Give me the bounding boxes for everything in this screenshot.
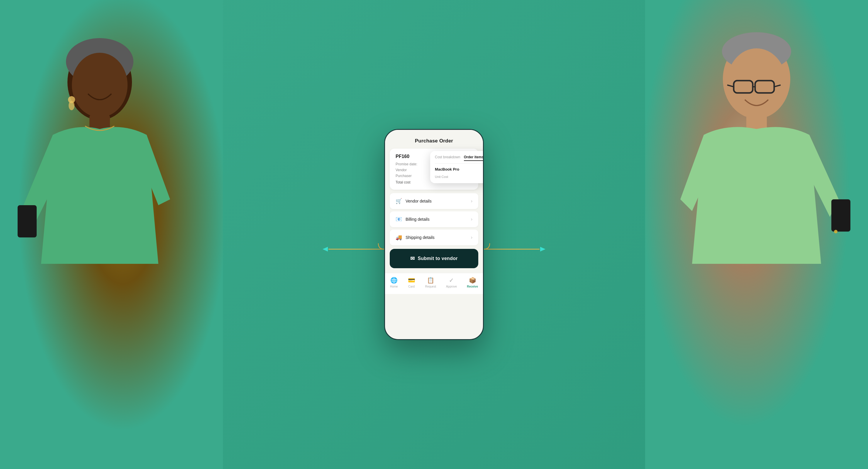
billing-details-label: Billing details: [406, 217, 430, 222]
person-right-bg: [645, 0, 868, 469]
approve-icon: ✓: [449, 277, 454, 284]
vendor-details-item[interactable]: 🛒 Vendor details ›: [390, 193, 478, 209]
receive-icon: 📦: [469, 277, 476, 284]
card-label: Card: [408, 285, 415, 288]
card-icon: 💳: [408, 277, 415, 284]
shipping-chevron: ›: [471, 235, 472, 240]
svg-point-17: [834, 230, 837, 233]
bottom-nav: 🌐 Home 💳 Card 📋 Request ✓ Approve 📦: [385, 273, 483, 294]
submit-section: ✉ Submit to vendor: [390, 249, 478, 268]
phone-container: Purchase Order PF160 Promise date: Vendo…: [384, 129, 484, 340]
title-bar: Purchase Order: [385, 130, 483, 149]
approve-label: Approve: [446, 285, 457, 288]
nav-approve[interactable]: ✓ Approve: [446, 277, 457, 288]
right-arrow: [484, 240, 548, 258]
billing-details-item[interactable]: 📧 Billing details ›: [390, 211, 478, 227]
billing-details-left: 📧 Billing details: [396, 216, 430, 222]
item-row: MacBook Pro: [435, 167, 484, 171]
unit-cost-row: Unit Cost 1,899.85: [435, 175, 484, 179]
person-right-svg: [645, 0, 868, 469]
detail-sections: 🛒 Vendor details › 📧 Billing details › 🚚: [390, 193, 478, 245]
svg-rect-16: [831, 199, 850, 231]
svg-point-2: [72, 53, 128, 117]
home-label: Home: [390, 285, 398, 288]
tab-order-items[interactable]: Order items: [464, 155, 484, 161]
submit-label: Submit to vendor: [417, 256, 458, 261]
nav-home[interactable]: 🌐 Home: [390, 277, 398, 288]
nav-request[interactable]: 📋 Request: [425, 277, 436, 288]
left-arrow-svg: [320, 240, 384, 258]
shipping-icon: 🚚: [396, 234, 402, 241]
vendor-details-left: 🛒 Vendor details: [396, 198, 432, 204]
unit-cost-label: Unit Cost: [435, 175, 448, 179]
request-icon: 📋: [427, 277, 434, 284]
billing-chevron: ›: [471, 217, 472, 222]
request-label: Request: [425, 285, 436, 288]
receive-label: Receive: [467, 285, 478, 288]
phone-screen: Purchase Order PF160 Promise date: Vendo…: [385, 130, 483, 294]
submit-button[interactable]: ✉ Submit to vendor: [390, 249, 478, 268]
person-left-bg: [0, 0, 223, 469]
vendor-details-label: Vendor details: [406, 199, 432, 204]
item-name: MacBook Pro: [435, 167, 459, 171]
vendor-chevron: ›: [471, 198, 472, 204]
submit-icon: ✉: [410, 255, 415, 262]
svg-point-6: [69, 101, 74, 110]
shipping-details-left: 🚚 Shipping details: [396, 234, 435, 241]
phone-device: Purchase Order PF160 Promise date: Vendo…: [384, 129, 484, 340]
left-arrow: [320, 240, 384, 258]
nav-receive[interactable]: 📦 Receive: [467, 277, 478, 288]
tab-cost-breakdown[interactable]: Cost breakdown: [435, 155, 460, 161]
billing-icon: 📧: [396, 216, 402, 222]
home-icon: 🌐: [390, 277, 398, 284]
tabs-row: Cost breakdown Order items: [435, 155, 484, 163]
page-title: Purchase Order: [415, 138, 453, 144]
order-items-card: Cost breakdown Order items MacBook Pro U…: [430, 151, 484, 183]
svg-rect-4: [18, 205, 37, 238]
shipping-details-item[interactable]: 🚚 Shipping details ›: [390, 229, 478, 245]
svg-marker-19: [540, 247, 546, 251]
person-left-svg: [0, 0, 223, 469]
vendor-icon: 🛒: [396, 198, 402, 204]
svg-marker-18: [322, 247, 328, 251]
right-arrow-svg: [484, 240, 548, 258]
order-section: PF160 Promise date: Vendor Purchaser Tot…: [385, 149, 483, 190]
shipping-details-label: Shipping details: [406, 235, 435, 240]
nav-card[interactable]: 💳 Card: [408, 277, 415, 288]
